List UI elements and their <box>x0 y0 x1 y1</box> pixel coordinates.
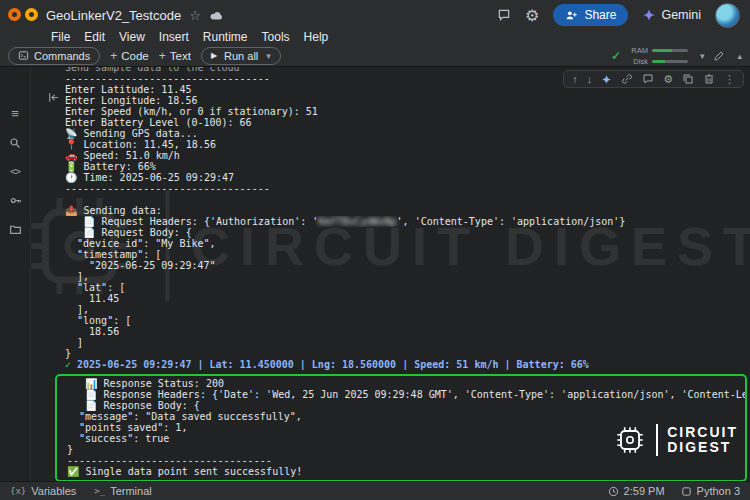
code-snippets-icon[interactable]: <> <box>10 165 20 178</box>
console-line: Enter Longitude: 18.56 <box>65 95 750 106</box>
console-line: Enter Speed (km/h, or 0 if stationary): … <box>65 106 750 117</box>
ram-bar <box>652 49 688 52</box>
all-cells-ran-check-icon: ✓ <box>611 49 621 63</box>
gemini-spark-icon <box>642 8 656 22</box>
chip-icon <box>613 423 647 457</box>
gemini-button[interactable]: Gemini <box>642 8 701 22</box>
move-cell-up-icon[interactable]: ↑ <box>572 74 578 85</box>
files-folder-icon[interactable] <box>9 223 22 236</box>
notebook-toolbar: Commands + Code + Text ▶ Run all ▾ ✓ RAM… <box>0 45 750 67</box>
cell-settings-gear-icon[interactable]: ⚙ <box>663 74 673 85</box>
collapse-header-icon[interactable]: ▴ <box>737 51 742 61</box>
cell-toolbar: ↑ ↓ ⚙ ⋮ <box>563 70 744 88</box>
star-icon[interactable]: ☆ <box>189 8 201 23</box>
settings-gear-icon[interactable]: ⚙ <box>525 6 539 25</box>
menu-insert[interactable]: Insert <box>152 30 196 44</box>
menu-view[interactable]: View <box>112 30 152 44</box>
python-kernel-icon <box>681 486 692 497</box>
notebook-title[interactable]: GeoLinkerV2_Testcode <box>46 8 181 23</box>
variables-icon: {x} <box>10 486 26 496</box>
comment-icon[interactable] <box>497 8 511 22</box>
console-line: 📄 Request Body: { <box>65 227 750 238</box>
notebook-cell-output-area: ↑ ↓ ⚙ ⋮ <box>31 67 750 481</box>
add-comment-icon[interactable] <box>642 73 654 85</box>
search-icon[interactable] <box>9 136 21 149</box>
circuitdigest-logo: CIRCUIT DIGEST <box>613 423 738 457</box>
cloud-save-icon <box>209 9 224 21</box>
console-line: "device_id": "My Bike", <box>65 238 750 249</box>
console-line <box>65 194 750 205</box>
play-icon: ▶ <box>211 51 217 60</box>
add-text-button[interactable]: + Text <box>159 49 191 63</box>
variables-panel-button[interactable]: {x} Variables <box>10 485 76 497</box>
console-line: 11.45 <box>65 293 750 304</box>
logo-word-1: CIRCUIT <box>667 425 738 440</box>
logo-word-2: DIGEST <box>667 440 738 455</box>
menu-bar: File Edit View Insert Runtime Tools Help <box>0 28 750 45</box>
secrets-key-icon[interactable] <box>9 194 22 207</box>
add-code-button[interactable]: + Code <box>110 49 149 63</box>
chevron-down-icon: ▾ <box>266 51 271 61</box>
user-avatar[interactable] <box>715 3 740 28</box>
kernel-status[interactable]: Python 3 <box>681 485 740 497</box>
move-cell-down-icon[interactable]: ↓ <box>587 74 593 85</box>
console-line: ], <box>65 271 750 282</box>
console-line: 📍 Location: 11.45, 18.56 <box>65 139 750 150</box>
console-lines: ----------------------------------Enter … <box>65 73 750 370</box>
console-line: 18.56 <box>65 326 750 337</box>
delete-cell-icon[interactable] <box>703 73 715 85</box>
menu-file[interactable]: File <box>44 30 77 44</box>
console-line: 🚗 Speed: 51.0 km/h <box>65 150 750 161</box>
terminal-icon: >_ <box>94 486 105 496</box>
console-line: 🔋 Battery: 66% <box>65 161 750 172</box>
menu-help[interactable]: Help <box>297 30 336 44</box>
menu-runtime[interactable]: Runtime <box>196 30 255 44</box>
commands-button[interactable]: Commands <box>8 47 100 65</box>
plus-icon: + <box>159 49 166 63</box>
console-line: ✓ 2025-06-25 09:29:47 | Lat: 11.450000 |… <box>65 359 750 370</box>
console-line: ---------------------------------- <box>65 183 750 194</box>
mirror-cell-icon[interactable] <box>682 73 694 85</box>
console-line: Enter Battery Level (0-100): 66 <box>65 117 750 128</box>
console-line: "timestamp": [ <box>65 249 750 260</box>
resources-chevron-icon[interactable]: ▾ <box>700 51 705 61</box>
commands-icon <box>18 50 29 61</box>
cell-output-console: Send sample data to the cloud ----------… <box>31 67 750 481</box>
more-options-icon[interactable]: ⋮ <box>724 74 735 85</box>
console-line: "message": "Data saved successfully", <box>67 411 745 422</box>
share-label: Share <box>584 8 616 22</box>
clock-icon <box>608 486 619 497</box>
disk-bar <box>652 60 688 63</box>
menu-tools[interactable]: Tools <box>255 30 297 44</box>
colab-logo-icon[interactable] <box>8 7 38 23</box>
colab-app: GeoLinkerV2_Testcode ☆ ⚙ Share <box>0 0 750 500</box>
console-line: "lat": [ <box>65 282 750 293</box>
table-of-contents-icon[interactable]: ≡ <box>11 107 19 120</box>
menu-edit[interactable]: Edit <box>77 30 112 44</box>
console-line: 📄 Response Body: { <box>67 400 745 411</box>
run-all-button[interactable]: ▶ Run all ▾ <box>201 47 281 65</box>
console-line: ] <box>65 337 750 348</box>
console-line: } <box>65 348 750 359</box>
console-line: "2025-06-25 09:29:47" <box>65 260 750 271</box>
console-line: 📡 Sending GPS data... <box>65 128 750 139</box>
copy-link-icon[interactable] <box>621 73 633 85</box>
person-add-icon <box>565 9 578 22</box>
console-line: 🕐 Time: 2025-06-25 09:29:47 <box>65 172 750 183</box>
gemini-spark-icon[interactable] <box>601 74 612 85</box>
resource-monitor[interactable]: RAM Disk <box>630 46 688 66</box>
console-line: "long": [ <box>65 315 750 326</box>
console-line: ✅ Single data point sent successfully! <box>67 466 745 477</box>
terminal-panel-button[interactable]: >_ Terminal <box>94 485 151 497</box>
console-line: ], <box>65 304 750 315</box>
clock-status: 2:59 PM <box>608 485 665 497</box>
share-button[interactable]: Share <box>553 4 628 26</box>
console-line: 📊 Response Status: 200 <box>67 378 745 389</box>
console-line: 📄 Request Headers: {'Authorization': 'Km… <box>65 216 750 227</box>
left-sidebar-rail: ≡ <> <box>0 67 31 481</box>
gemini-label: Gemini <box>661 8 701 22</box>
edit-mode-icon[interactable] <box>713 50 725 62</box>
status-bar: {x} Variables >_ Terminal 2:59 PM Python… <box>0 481 750 500</box>
console-line: 📄 Response Headers: {'Date': 'Wed, 25 Ju… <box>67 389 745 400</box>
console-line: 📤 Sending data: <box>65 205 750 216</box>
